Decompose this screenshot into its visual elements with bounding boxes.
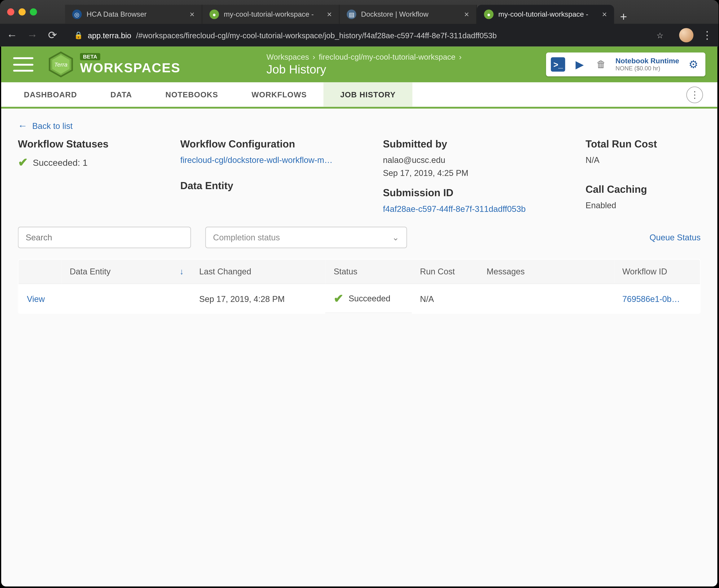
window-minimize-button[interactable] [19, 8, 26, 16]
check-icon: ✔ [18, 155, 28, 169]
svg-text:Terra: Terra [54, 61, 67, 68]
bookmark-icon[interactable]: ☆ [656, 31, 663, 40]
tab-notebooks[interactable]: NOTEBOOKS [149, 82, 235, 107]
tab-title: my-cool-tutorial-workspace - [224, 10, 322, 19]
browser-tab-active[interactable]: ● my-cool-tutorial-workspace - × [477, 5, 614, 24]
submitted-by-value: nalao@ucsc.edu [383, 155, 550, 165]
window-titlebar: ◎ HCA Data Browser × ● my-cool-tutorial-… [0, 0, 718, 24]
tab-title: Dockstore | Workflow [361, 10, 459, 19]
back-link-label: Back to list [32, 121, 73, 131]
page-title: Job History [266, 63, 461, 77]
data-entity-heading: Data Entity [180, 180, 347, 192]
favicon: ● [484, 9, 493, 19]
workflow-statuses-heading: Workflow Statuses [18, 139, 145, 150]
tab-title: my-cool-tutorial-workspace - [498, 10, 597, 19]
view-link[interactable]: View [27, 294, 45, 303]
status-succeeded-row: ✔ Succeeded: 1 [18, 155, 145, 169]
close-tab-icon[interactable]: × [190, 9, 195, 19]
call-caching-value: Enabled [586, 201, 701, 210]
chevron-right-icon: › [312, 52, 315, 62]
status-text: Succeeded: 1 [33, 157, 88, 167]
browser-toolbar: ← → ⟳ 🔒 app.terra.bio/#workspaces/firecl… [0, 24, 718, 47]
new-tab-button[interactable]: + [614, 10, 633, 24]
col-run-cost-header[interactable]: Run Cost [412, 259, 478, 284]
url-host: app.terra.bio [88, 31, 131, 40]
app-header: Terra BETA WORKSPACES Workspaces › firec… [1, 46, 717, 82]
tab-overflow-icon[interactable]: ⋮ [686, 86, 703, 103]
browser-tab[interactable]: ◎ HCA Data Browser × [65, 5, 202, 24]
completion-status-select[interactable]: Completion status ⌄ [205, 227, 407, 248]
terminal-icon[interactable]: >_ [551, 57, 566, 72]
col-last-changed-header[interactable]: Last Changed [191, 259, 325, 284]
close-tab-icon[interactable]: × [464, 9, 469, 19]
favicon: ● [209, 9, 219, 19]
browser-tab[interactable]: ▤ Dockstore | Workflow × [340, 5, 477, 24]
profile-avatar[interactable] [679, 28, 694, 42]
chevron-right-icon: › [459, 52, 462, 62]
col-status-header[interactable]: Status [325, 259, 412, 284]
address-bar[interactable]: 🔒 app.terra.bio/#workspaces/firecloud-cg… [67, 27, 671, 43]
check-icon: ✔ [334, 291, 344, 306]
job-history-content: ← Back to list Workflow Statuses ✔ Succe… [1, 109, 717, 586]
reload-button[interactable]: ⟳ [46, 29, 58, 42]
table-row: View Sep 17, 2019, 4:28 PM ✔ Succeeded N… [18, 284, 700, 314]
workflow-config-heading: Workflow Configuration [180, 139, 347, 150]
close-tab-icon[interactable]: × [602, 9, 607, 19]
play-icon[interactable]: ▶ [573, 57, 587, 72]
window-close-button[interactable] [7, 8, 14, 16]
menu-icon[interactable] [13, 57, 34, 72]
trash-icon[interactable]: 🗑 [594, 57, 608, 72]
tab-data[interactable]: DATA [94, 82, 149, 107]
breadcrumb: Workspaces › firecloud-cgl/my-cool-tutor… [266, 52, 461, 77]
back-button[interactable]: ← [6, 29, 18, 42]
completion-status-label: Completion status [213, 233, 280, 242]
breadcrumb-root[interactable]: Workspaces [266, 52, 309, 62]
cell-last-changed: Sep 17, 2019, 4:28 PM [191, 284, 325, 314]
col-data-entity-header[interactable]: Data Entity [61, 259, 191, 284]
browser-tab[interactable]: ● my-cool-tutorial-workspace - × [202, 5, 340, 24]
col-view-header[interactable] [18, 259, 61, 284]
workspace-tabs: DASHBOARD DATA NOTEBOOKS WORKFLOWS JOB H… [1, 82, 717, 109]
close-tab-icon[interactable]: × [327, 9, 332, 19]
window-zoom-button[interactable] [30, 8, 37, 16]
cell-run-cost: N/A [412, 284, 478, 314]
col-workflow-id-header[interactable]: Workflow ID [614, 259, 700, 284]
queue-status-link[interactable]: Queue Status [650, 233, 701, 242]
submitted-by-heading: Submitted by [383, 139, 550, 150]
submission-id-heading: Submission ID [383, 187, 550, 199]
brand-name: WORKSPACES [80, 60, 181, 76]
lock-icon: 🔒 [74, 31, 83, 39]
cell-status: ✔ Succeeded [325, 284, 412, 313]
tab-dashboard[interactable]: DASHBOARD [7, 82, 94, 107]
favicon: ▤ [347, 9, 356, 19]
forward-button[interactable]: → [26, 29, 38, 42]
terra-hex-icon: Terra [48, 51, 74, 78]
arrow-left-icon: ← [18, 121, 27, 131]
favicon: ◎ [72, 9, 82, 19]
tab-title: HCA Data Browser [86, 10, 185, 19]
runtime-title: Notebook Runtime [616, 57, 679, 65]
beta-badge: BETA [80, 53, 100, 60]
browser-tabs: ◎ HCA Data Browser × ● my-cool-tutorial-… [65, 0, 711, 24]
notebook-runtime-panel: >_ ▶ 🗑 Notebook Runtime NONE ($0.00 hr) … [546, 52, 705, 77]
workflow-table: Data Entity Last Changed Status Run Cost… [18, 259, 701, 314]
workflow-config-link[interactable]: firecloud-cgl/dockstore-wdl-workflow-m… [180, 155, 347, 165]
gear-icon[interactable]: ⚙ [686, 57, 701, 72]
submission-id-link[interactable]: f4af28ae-c597-44ff-8e7f-311dadff053b [383, 204, 550, 214]
total-run-cost-value: N/A [586, 155, 701, 165]
col-messages-header[interactable]: Messages [478, 259, 614, 284]
status-label: Succeeded [349, 294, 390, 303]
cell-data-entity [61, 284, 191, 314]
tab-workflows[interactable]: WORKFLOWS [235, 82, 324, 107]
cell-messages [478, 284, 614, 314]
search-input[interactable] [18, 227, 191, 248]
chevron-down-icon: ⌄ [392, 233, 399, 242]
breadcrumb-workspace[interactable]: firecloud-cgl/my-cool-tutorial-workspace [319, 52, 456, 62]
tab-job-history[interactable]: JOB HISTORY [324, 82, 412, 107]
cell-workflow-id[interactable]: 769586e1-0b… [614, 284, 700, 314]
runtime-subtitle: NONE ($0.00 hr) [616, 65, 679, 71]
brand-logo[interactable]: Terra BETA WORKSPACES [48, 51, 181, 78]
browser-menu-icon[interactable]: ⋮ [702, 29, 713, 42]
submitted-at-value: Sep 17, 2019, 4:25 PM [383, 168, 550, 178]
back-to-list-link[interactable]: ← Back to list [18, 121, 701, 131]
